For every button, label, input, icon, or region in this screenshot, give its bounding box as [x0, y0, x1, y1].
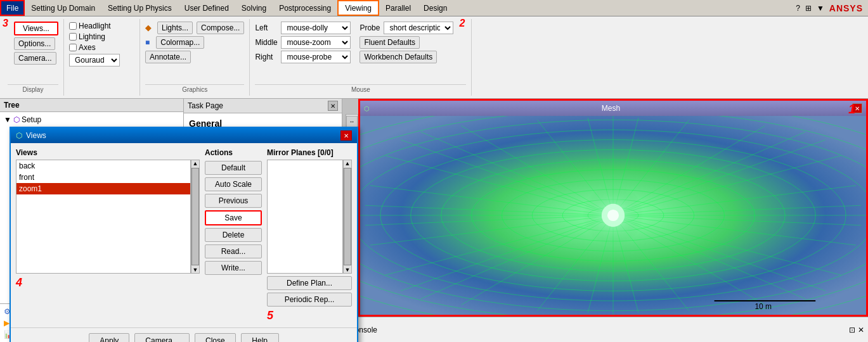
triangle-icon: ▼	[4, 115, 11, 124]
anno-badge-3: 3	[3, 18, 8, 29]
headlight-checkbox[interactable]	[69, 22, 77, 30]
mirror-scroll-down[interactable]: ▼	[345, 267, 351, 273]
mirror-scrollbar[interactable]: ▲ ▼	[343, 160, 352, 274]
auto-scale-button[interactable]: Auto Scale	[205, 177, 262, 191]
compose-button[interactable]: Compose...	[197, 22, 244, 34]
colormap-button[interactable]: Colormap...	[156, 36, 204, 49]
save-button[interactable]: Save	[205, 210, 262, 225]
lighting-label[interactable]: Lighting	[69, 32, 134, 41]
dialog-close-button2[interactable]: Close	[195, 333, 236, 342]
console-icon2[interactable]: ✕	[858, 326, 864, 334]
display-content: Views... Options... Camera...	[8, 22, 58, 84]
dialog-title: Views	[26, 131, 46, 140]
define-plane-button[interactable]: Define Plan...	[267, 276, 352, 290]
menu-setting-up-domain[interactable]: Setting Up Domain	[25, 0, 101, 16]
mouse-left-row: Left mouse-dolly Probe short description	[255, 22, 466, 34]
task-close-button[interactable]: ✕	[328, 101, 338, 111]
gouraud-row: Gouraud	[69, 54, 134, 66]
lighting-checkbox[interactable]	[69, 33, 77, 41]
dialog-camera-button[interactable]: Camera...	[134, 333, 190, 342]
layout-icon[interactable]: ⊞	[805, 4, 812, 13]
mirror-label: Mirror Planes [0/0]	[267, 148, 352, 157]
menu-setting-up-physics[interactable]: Setting Up Physics	[101, 0, 178, 16]
mouse-right-row: Right mouse-probe Workbench Defaults	[255, 51, 466, 63]
scrollbar[interactable]: ▲ ▼	[191, 160, 200, 274]
tree-item-setup[interactable]: ▼ ⬡ Setup	[3, 115, 181, 125]
annotate-row: Annotate...	[145, 51, 244, 63]
menu-postprocessing[interactable]: Postprocessing	[273, 0, 337, 16]
scroll-thumb[interactable]	[191, 168, 199, 265]
menu-user-defined[interactable]: User Defined	[178, 0, 235, 16]
write-button[interactable]: Write...	[205, 261, 262, 275]
ribbon-display-section: 3 Views... Options... Camera... Display	[3, 19, 64, 96]
graphics-title: Graphics	[145, 84, 244, 93]
workbench-defaults-button[interactable]: Workbench Defaults	[360, 51, 437, 63]
lights-button[interactable]: Lights...	[157, 22, 193, 34]
ribbon-mouse-section: 2 Left mouse-dolly Probe short descripti…	[250, 19, 472, 96]
periodic-rep-button[interactable]: Periodic Rep...	[267, 293, 352, 307]
scroll-up[interactable]: ▲	[193, 160, 198, 167]
help-icon[interactable]: ?	[796, 4, 800, 13]
fluent-defaults-button[interactable]: Fluent Defaults	[360, 36, 420, 49]
mouse-left-select[interactable]: mouse-dolly	[281, 22, 351, 34]
expand-icon[interactable]: ▼	[817, 4, 824, 13]
read-button[interactable]: Read...	[205, 244, 262, 258]
views-list[interactable]: back front zoom1	[16, 160, 191, 274]
views-button[interactable]: Views...	[14, 22, 58, 35]
mesh-icon: ⬡	[364, 105, 370, 112]
mesh-window-title: Mesh	[370, 104, 852, 113]
console-icon1[interactable]: ⊡	[849, 326, 855, 334]
menu-viewing[interactable]: Viewing	[337, 0, 379, 16]
mirror-list[interactable]	[267, 160, 343, 274]
gouraud-select[interactable]: Gouraud	[69, 54, 120, 66]
scroll-down[interactable]: ▼	[193, 267, 198, 273]
top-right-area: ? ⊞ ▼ ANSYS	[796, 3, 868, 13]
menu-parallel[interactable]: Parallel	[379, 0, 417, 16]
mouse-right-select[interactable]: mouse-probe	[281, 51, 351, 63]
mouse-middle-row: Middle mouse-zoom Fluent Defaults	[255, 36, 466, 49]
axes-label[interactable]: Axes	[69, 43, 134, 52]
apply-button[interactable]: Apply	[89, 333, 129, 342]
colormap-icon: ■	[145, 38, 150, 47]
view-item-back[interactable]: back	[16, 160, 190, 172]
menu-file[interactable]: File	[0, 0, 25, 16]
menu-bar: File Setting Up Domain Setting Up Physic…	[0, 0, 868, 16]
annotate-button[interactable]: Annotate...	[145, 51, 191, 63]
anno-badge-4: 4	[16, 276, 200, 289]
dialog-content: Views back front zoom1 ▲ ▼ 4 Actions Def…	[11, 143, 357, 327]
mirror-scroll-up[interactable]: ▲	[345, 160, 351, 167]
menu-design[interactable]: Design	[417, 0, 453, 16]
mirror-scroll-thumb[interactable]	[344, 168, 351, 265]
mesh-viewport[interactable]: 10 m	[360, 116, 866, 315]
default-button[interactable]: Default	[205, 161, 262, 175]
dialog-help-button[interactable]: Help	[241, 333, 279, 342]
anno-badge-5: 5	[267, 309, 352, 322]
view-item-zoom1[interactable]: zoom1	[16, 183, 190, 194]
axes-checkbox[interactable]	[69, 44, 77, 51]
previous-button[interactable]: Previous	[205, 194, 262, 208]
setup-icon: ⬡	[13, 115, 20, 124]
view-item-front[interactable]: front	[16, 172, 190, 183]
delete-button[interactable]: Delete	[205, 228, 262, 242]
views-list-section: Views back front zoom1 ▲ ▼ 4	[16, 148, 200, 322]
dialog-close-button[interactable]: ✕	[340, 130, 352, 141]
camera-button[interactable]: Camera...	[14, 52, 56, 65]
views-list-label: Views	[16, 148, 200, 157]
views-dialog: ⬡ Views ✕ Views back front zoom1 ▲ ▼ 4	[10, 127, 358, 342]
console-bar: Console ⊡ ✕	[346, 317, 868, 342]
tree-title: Tree	[0, 99, 183, 112]
mouse-title: Mouse	[255, 84, 466, 93]
dialog-footer: Apply Camera... Close Help	[11, 327, 357, 342]
actions-section: Actions Default Auto Scale Previous Save…	[205, 148, 262, 322]
mirror-section: Mirror Planes [0/0] ▲ ▼ Define Plan... P…	[267, 148, 352, 322]
probe-select[interactable]: short description	[384, 22, 453, 34]
mesh-window: ⬡ Mesh ✕	[358, 99, 868, 317]
tool-move[interactable]: ↔	[346, 116, 358, 127]
colormap-row: ■ Colormap...	[145, 36, 244, 49]
options-button[interactable]: Options...	[14, 37, 55, 50]
checkboxes-content: Headlight Lighting Axes Gouraud	[69, 22, 134, 93]
views-list-wrapper: back front zoom1 ▲ ▼	[16, 160, 200, 274]
headlight-label[interactable]: Headlight	[69, 22, 134, 30]
menu-solving[interactable]: Solving	[235, 0, 273, 16]
mouse-middle-select[interactable]: mouse-zoom	[281, 36, 351, 49]
